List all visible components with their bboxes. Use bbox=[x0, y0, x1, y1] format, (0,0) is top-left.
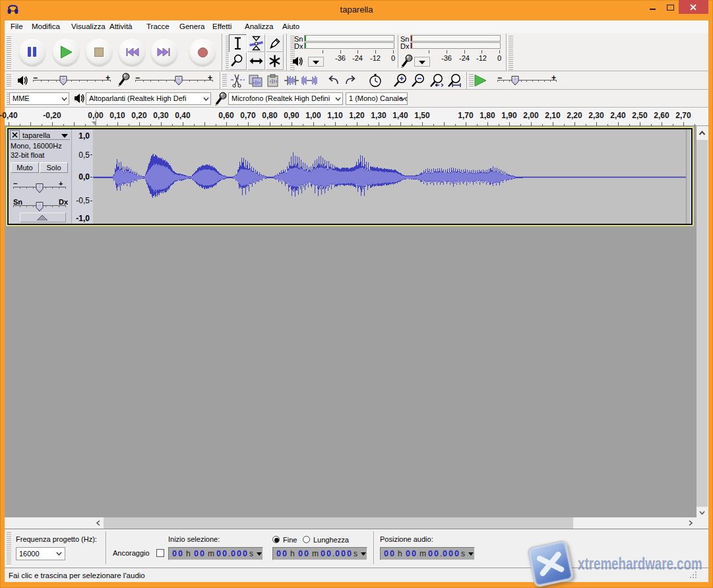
svg-text:1,20: 1,20 bbox=[349, 111, 365, 120]
svg-text:1,90: 1,90 bbox=[501, 111, 517, 120]
svg-text:1,00: 1,00 bbox=[305, 111, 321, 120]
svg-text:2,20: 2,20 bbox=[567, 111, 582, 120]
svg-text:1,50: 1,50 bbox=[414, 111, 430, 120]
svg-text:2,70: 2,70 bbox=[675, 111, 691, 120]
svg-text:-0,40: -0,40 bbox=[0, 111, 18, 120]
svg-text:0,70: 0,70 bbox=[240, 111, 256, 120]
svg-text:1,30: 1,30 bbox=[371, 111, 387, 120]
svg-text:1,70: 1,70 bbox=[458, 111, 474, 120]
svg-text:0,30: 0,30 bbox=[153, 111, 169, 120]
svg-text:2,00: 2,00 bbox=[523, 111, 539, 120]
svg-text:0,40: 0,40 bbox=[175, 111, 191, 120]
svg-text:2,30: 2,30 bbox=[588, 111, 604, 120]
svg-text:0,20: 0,20 bbox=[131, 111, 147, 120]
svg-text:2,10: 2,10 bbox=[545, 111, 561, 120]
svg-text:1,80: 1,80 bbox=[480, 111, 495, 120]
svg-text:-0,20: -0,20 bbox=[43, 111, 61, 120]
svg-text:2,40: 2,40 bbox=[610, 111, 626, 120]
svg-text:0,80: 0,80 bbox=[262, 111, 278, 120]
svg-text:0,90: 0,90 bbox=[284, 111, 299, 120]
svg-text:1,40: 1,40 bbox=[392, 111, 408, 120]
svg-text:2,60: 2,60 bbox=[654, 111, 669, 120]
svg-text:0,60: 0,60 bbox=[218, 111, 234, 120]
svg-text:2,50: 2,50 bbox=[632, 111, 648, 120]
svg-text:0,10: 0,10 bbox=[109, 111, 125, 120]
svg-text:1,10: 1,10 bbox=[327, 111, 343, 120]
